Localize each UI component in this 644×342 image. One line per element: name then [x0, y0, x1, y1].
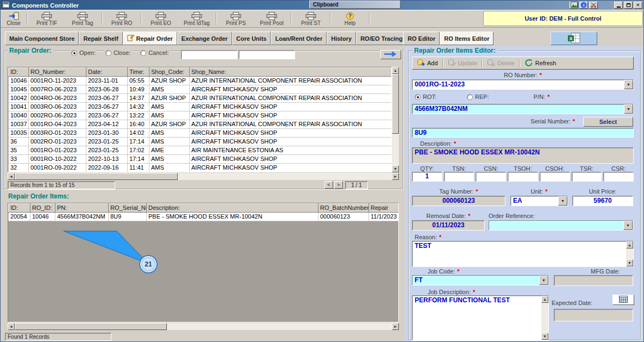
- editor-button-add[interactable]: Add: [414, 58, 441, 69]
- tab-loan-rent-order[interactable]: Loan/Rent Order: [271, 32, 327, 45]
- chevron-down-icon[interactable]: ▼: [623, 221, 633, 230]
- scroll-up-icon[interactable]: ▲: [541, 296, 548, 303]
- scroll-left-icon[interactable]: ◄: [8, 173, 15, 180]
- ro-search-input-1[interactable]: [181, 50, 237, 59]
- tools-icon[interactable]: [589, 2, 598, 9]
- toolbar-button-print-ro[interactable]: Print RO: [104, 11, 140, 27]
- tab-repair-shelf[interactable]: Repair Shelf: [79, 32, 122, 45]
- serial-number-field[interactable]: 8U9: [412, 128, 634, 138]
- toolbar-button-print-tag[interactable]: Print Tag: [65, 11, 101, 27]
- column-header-ro-number[interactable]: RO_Number:: [29, 68, 86, 77]
- table-row[interactable]: 100370001RO-04-20232023-04-1216:40AZUR S…: [9, 120, 392, 129]
- input-tsoh[interactable]: [508, 172, 538, 182]
- table-row[interactable]: 100460001RO-11-20232023-11-0105:55AZUR S…: [9, 77, 392, 85]
- table-row[interactable]: 100410003RO-06-20232023-06-2714:32AMSAIR…: [9, 103, 392, 111]
- ro-search-input-2[interactable]: [239, 50, 295, 59]
- unit-price-field[interactable]: 59670: [572, 196, 633, 206]
- column-header-id[interactable]: ID:: [9, 68, 29, 77]
- job-description-textarea[interactable]: PERFORM FUNCTIONAL TEST: [412, 296, 541, 340]
- column-header-ro-serial-number[interactable]: RO_Serial_Number: [109, 204, 147, 213]
- picture-icon[interactable]: [570, 2, 578, 9]
- scroll-left-icon[interactable]: ◄: [8, 323, 15, 330]
- table-row[interactable]: 310005RO-08-20222022-08-1107:38AMSAIRCRA…: [9, 172, 392, 173]
- tab-main-component-store[interactable]: Main Component Store: [5, 32, 79, 45]
- order-reference-combo[interactable]: ▼: [489, 220, 633, 231]
- subtab-ro-items-editor[interactable]: RO Items Editor: [440, 32, 493, 45]
- table-row[interactable]: 320001RO-09-20222022-09-1611:41AMSAIRCRA…: [9, 164, 392, 172]
- input-csoh[interactable]: [540, 172, 570, 182]
- job-code-combo[interactable]: FT ▼: [412, 275, 549, 285]
- scroll-right-icon[interactable]: ►: [392, 173, 399, 180]
- page-prev-button[interactable]: <: [324, 181, 333, 189]
- input-tsr[interactable]: [572, 172, 602, 182]
- toolbar-button-print-ps[interactable]: Print PS: [218, 11, 254, 27]
- input-tsn[interactable]: [444, 172, 474, 182]
- table-row[interactable]: 350001RO-01-20232023-01-2517:02AMEAIR MA…: [9, 146, 392, 155]
- info-icon[interactable]: i: [579, 2, 588, 9]
- filter-radio-cancel[interactable]: Cancel:: [139, 49, 170, 56]
- column-header-ro-batchnumber[interactable]: RO_BatchNumber:: [318, 204, 369, 213]
- restore-button[interactable]: [624, 2, 633, 9]
- toolbar-button-print-idtag[interactable]: Print IdTag: [179, 11, 215, 27]
- tab-core-units[interactable]: Core Units: [232, 32, 271, 45]
- toolbar-button-print-st[interactable]: Print ST: [293, 11, 329, 27]
- column-header-description[interactable]: Description:: [147, 204, 318, 213]
- ro-number-combo[interactable]: 0001RO-11-2023 ▼: [412, 79, 634, 90]
- chevron-down-icon[interactable]: ▼: [558, 196, 567, 206]
- reason-scrollbar[interactable]: ▲ ▼: [626, 241, 633, 266]
- toolbar-button-print-tif[interactable]: Print TIF: [29, 11, 65, 27]
- scrollbar-thumb[interactable]: [392, 74, 399, 134]
- table-row[interactable]: 100350003RO-01-20232023-01-3014:02AMSAIR…: [9, 129, 392, 138]
- subtab-ro-editor[interactable]: RO Editor: [403, 32, 440, 45]
- rot-radio[interactable]: ROT:: [414, 94, 437, 100]
- column-header-time[interactable]: Time:: [128, 68, 149, 77]
- filter-radio-open[interactable]: Open:: [70, 49, 97, 56]
- minimize-button[interactable]: [614, 2, 623, 9]
- items-hscrollbar[interactable]: ◄ ►: [8, 323, 399, 330]
- input-csr[interactable]: [603, 172, 634, 182]
- toolbar-button-close[interactable]: Close: [2, 11, 26, 27]
- clipboard-window-titlebar[interactable]: Clipboard: [309, 1, 401, 9]
- tab-history[interactable]: History: [327, 32, 356, 45]
- table-row[interactable]: 330001RO-10-20222022-10-1317:14AMSAIRCRA…: [9, 155, 392, 164]
- column-header-shop-code[interactable]: Shop_Code:: [149, 68, 190, 77]
- tab-repair-order[interactable]: Repair Order: [123, 32, 177, 45]
- calendar-button[interactable]: [612, 295, 634, 305]
- table-row[interactable]: 100450007RO-06-20232023-06-2810:49AMSAIR…: [9, 85, 392, 94]
- page-next-button[interactable]: >: [334, 181, 343, 189]
- reason-textarea[interactable]: TEST: [412, 241, 626, 266]
- column-header-pn[interactable]: PN:: [55, 204, 109, 213]
- scrollbar-thumb[interactable]: [15, 173, 178, 180]
- unit-combo[interactable]: EA ▼: [510, 196, 568, 206]
- select-serial-button[interactable]: Select: [583, 117, 633, 127]
- scroll-up-icon[interactable]: ▲: [392, 67, 399, 74]
- rep-radio[interactable]: REP:: [466, 94, 490, 100]
- repair-order-hscrollbar[interactable]: ◄ ►: [8, 173, 399, 180]
- column-header-ro-id[interactable]: RO_ID:: [30, 204, 55, 213]
- scroll-up-icon[interactable]: ▲: [626, 241, 633, 248]
- chevron-down-icon[interactable]: ▼: [624, 104, 633, 114]
- chevron-down-icon[interactable]: ▼: [624, 80, 633, 89]
- editor-button-refresh[interactable]: Refresh: [521, 58, 560, 69]
- scrollbar-thumb[interactable]: [15, 323, 167, 330]
- column-header-shop-name[interactable]: Shop_Name:: [190, 68, 392, 77]
- chevron-down-icon[interactable]: ▼: [539, 276, 548, 285]
- scroll-down-icon[interactable]: ▼: [541, 333, 548, 340]
- scroll-right-icon[interactable]: ►: [392, 323, 399, 330]
- toolbar-button-print-eo[interactable]: Print EO: [143, 11, 179, 27]
- input-csn[interactable]: [476, 172, 506, 182]
- column-header-date[interactable]: Date:: [86, 68, 128, 77]
- scroll-down-icon[interactable]: ▼: [626, 259, 633, 266]
- scroll-down-icon[interactable]: ▼: [392, 165, 399, 172]
- tab-exchange-order[interactable]: Exchange Order: [177, 32, 232, 45]
- job-description-scrollbar[interactable]: ▲ ▼: [541, 296, 548, 340]
- expected-date-field[interactable]: [554, 309, 633, 321]
- column-header-id[interactable]: ID:: [9, 204, 30, 213]
- table-row[interactable]: 20054100464566M37B042NM8U9PBE - SMOKE HO…: [9, 213, 399, 221]
- table-row[interactable]: 360002RO-01-20232023-01-2517:14AMSAIRCRA…: [9, 138, 392, 146]
- export-excel-button[interactable]: X: [551, 32, 597, 45]
- table-row[interactable]: 100400002RO-06-20232023-06-2713:22AMSAIR…: [9, 111, 392, 120]
- filter-radio-close[interactable]: Close:: [104, 49, 132, 56]
- tab-ro-eo-tracing[interactable]: RO/EO Tracing: [356, 32, 407, 45]
- toolbar-button-print-pool[interactable]: Print Pool: [254, 11, 290, 27]
